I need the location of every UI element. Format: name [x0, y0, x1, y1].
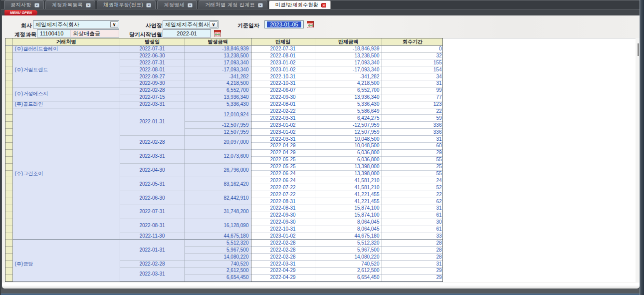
customer-name-cell[interactable]: (주)거성에스지: [12, 87, 120, 101]
row-selector-cell[interactable]: [5, 94, 12, 101]
customer-name-cell[interactable]: (주)골드라인: [12, 101, 120, 108]
company-select[interactable]: 제일제지주식회사 ∨: [33, 20, 119, 28]
row-selector-cell[interactable]: [5, 198, 12, 205]
row-selector-cell[interactable]: [5, 122, 12, 129]
row-selector-cell[interactable]: [5, 80, 12, 87]
row-selector-cell[interactable]: [5, 45, 12, 52]
collect-days-cell[interactable]: 61: [382, 226, 443, 233]
occur-amount-cell[interactable]: -18,846,939: [185, 45, 251, 52]
repay-date-cell[interactable]: 2022-03-31: [251, 136, 315, 143]
collect-days-cell[interactable]: 34: [382, 73, 443, 80]
occur-amount-cell[interactable]: 12,073,600: [185, 149, 251, 163]
collect-days-cell[interactable]: 55: [382, 170, 443, 177]
collect-days-cell[interactable]: 336: [382, 129, 443, 136]
repay-date-cell[interactable]: 2022-04-29: [251, 274, 315, 281]
repay-amount-cell[interactable]: 17,093,340: [315, 59, 382, 66]
repay-date-cell[interactable]: 2023-01-02: [251, 59, 315, 66]
row-selector-cell[interactable]: [5, 149, 12, 156]
occur-amount-cell[interactable]: 20,097,000: [185, 136, 251, 150]
grid-header-cell[interactable]: 회수기간: [382, 38, 443, 45]
collect-days-cell[interactable]: 30: [382, 219, 443, 226]
repay-date-cell[interactable]: 2023-01-02: [251, 129, 315, 136]
repay-amount-cell[interactable]: [315, 281, 382, 282]
collect-days-cell[interactable]: 29: [382, 268, 443, 275]
collect-days-cell[interactable]: 154: [382, 66, 443, 73]
repay-date-cell[interactable]: 2022-08-01: [251, 101, 315, 108]
occur-amount-cell[interactable]: 6,654,450: [185, 274, 251, 281]
occur-amount-cell[interactable]: 12,507,959: [185, 129, 251, 136]
occur-amount-cell[interactable]: -17,093,340: [185, 66, 251, 73]
occur-amount-cell[interactable]: 5,512,320: [185, 240, 251, 247]
grid-header-cell[interactable]: 반제금액: [315, 38, 382, 45]
repay-date-cell[interactable]: 2022-04-29: [251, 149, 315, 156]
row-selector-cell[interactable]: [5, 73, 12, 80]
occur-date-cell[interactable]: 2022-05-31: [120, 177, 185, 191]
repay-date-cell[interactable]: 2022-08-01: [251, 52, 315, 59]
repay-date-cell[interactable]: 2022-09-30: [251, 219, 315, 226]
repay-amount-cell[interactable]: 44,675,180: [315, 233, 382, 240]
basedate-input[interactable]: 2023-01-05: [264, 20, 304, 28]
customer-name-cell[interactable]: (주)갤러리드슬레이: [12, 45, 120, 52]
collect-days-cell[interactable]: 59: [382, 115, 443, 122]
repay-amount-cell[interactable]: 41,221,455: [315, 198, 382, 205]
repay-amount-cell[interactable]: 15,874,100: [315, 212, 382, 219]
occur-date-cell[interactable]: 2022-06-30: [120, 191, 185, 205]
collect-days-cell[interactable]: [382, 281, 443, 282]
collect-days-cell[interactable]: 22: [382, 108, 443, 115]
occur-amount-cell[interactable]: 13,238,500: [185, 52, 251, 59]
tab-5[interactable]: 미결/반제회수현황×: [269, 0, 331, 9]
repay-amount-cell[interactable]: 6,424,275: [315, 115, 382, 122]
repay-amount-cell[interactable]: 41,221,455: [315, 191, 382, 198]
collect-days-cell[interactable]: 29: [382, 274, 443, 281]
row-selector-cell[interactable]: [5, 219, 12, 226]
collect-days-cell[interactable]: 25: [382, 163, 443, 170]
row-selector-cell[interactable]: [5, 66, 12, 73]
row-selector-cell[interactable]: [5, 212, 12, 219]
row-selector-cell[interactable]: [5, 136, 12, 143]
collect-days-cell[interactable]: 31: [382, 136, 443, 143]
repay-date-cell[interactable]: 2022-07-22: [251, 184, 315, 191]
occur-amount-cell[interactable]: 26,796,000: [185, 163, 251, 177]
bizplace-select[interactable]: 제일제지주식회사 ∨: [163, 20, 218, 28]
repay-amount-cell[interactable]: 6,552,700: [315, 87, 382, 94]
collect-days-cell[interactable]: 55: [382, 156, 443, 163]
occur-date-cell[interactable]: 2022-04-30: [120, 163, 185, 177]
occur-amount-cell[interactable]: 740,520: [185, 261, 251, 268]
grid-header-cell[interactable]: 거래처명: [12, 38, 120, 45]
occur-date-cell[interactable]: 2022-08-31: [120, 219, 185, 233]
repay-amount-cell[interactable]: 8,064,045: [315, 219, 382, 226]
occur-date-cell[interactable]: 2022-09-30: [120, 80, 185, 87]
repay-date-cell[interactable]: 2022-03-31: [251, 115, 315, 122]
row-selector-cell[interactable]: [5, 254, 12, 261]
collect-days-cell[interactable]: 77: [382, 94, 443, 101]
occur-amount-cell[interactable]: 14,080,220: [185, 254, 251, 261]
repay-date-cell[interactable]: 2022-06-24: [251, 170, 315, 177]
row-selector-cell[interactable]: [5, 240, 12, 247]
menu-open-button[interactable]: MENU OPEN: [4, 10, 37, 15]
grid-row[interactable]: (주)거성에스지2022-02-286,552,7002022-06-076,5…: [5, 87, 443, 94]
occur-amount-cell[interactable]: 5,336,430: [185, 101, 251, 108]
occur-date-cell[interactable]: 2022-03-31: [120, 149, 185, 163]
occur-amount-cell[interactable]: 82,442,910: [185, 191, 251, 205]
row-selector-cell[interactable]: [5, 156, 12, 163]
account-name-input[interactable]: 외상매출금: [70, 29, 119, 37]
repay-date-cell[interactable]: 2022-07-22: [251, 191, 315, 198]
repay-date-cell[interactable]: 2022-08-31: [251, 205, 315, 212]
repay-amount-cell[interactable]: -17,093,340: [315, 66, 382, 73]
occur-amount-cell[interactable]: [185, 281, 251, 282]
occur-date-cell[interactable]: 2022-07-31: [120, 45, 185, 52]
repay-date-cell[interactable]: 2022-08-31: [251, 198, 315, 205]
repay-amount-cell[interactable]: 6,654,450: [315, 274, 382, 281]
customer-name-cell[interactable]: (주)그린조이: [12, 108, 120, 240]
row-selector-cell[interactable]: [5, 59, 12, 66]
row-selector-cell[interactable]: [5, 268, 12, 275]
grid-header-cell[interactable]: 반제일: [251, 38, 315, 45]
occur-amount-cell[interactable]: 6,552,700: [185, 87, 251, 94]
repay-date-cell[interactable]: 2022-02-28: [251, 254, 315, 261]
grid-row[interactable]: (주)골드라인2022-03-315,336,4302022-08-015,33…: [5, 101, 443, 108]
repay-amount-cell[interactable]: 10,048,500: [315, 136, 382, 143]
repay-amount-cell[interactable]: 15,874,100: [315, 205, 382, 212]
occur-amount-cell[interactable]: 4,218,500: [185, 80, 251, 87]
repay-date-cell[interactable]: 2022-05-25: [251, 163, 315, 170]
collect-days-cell[interactable]: 61: [382, 212, 443, 219]
